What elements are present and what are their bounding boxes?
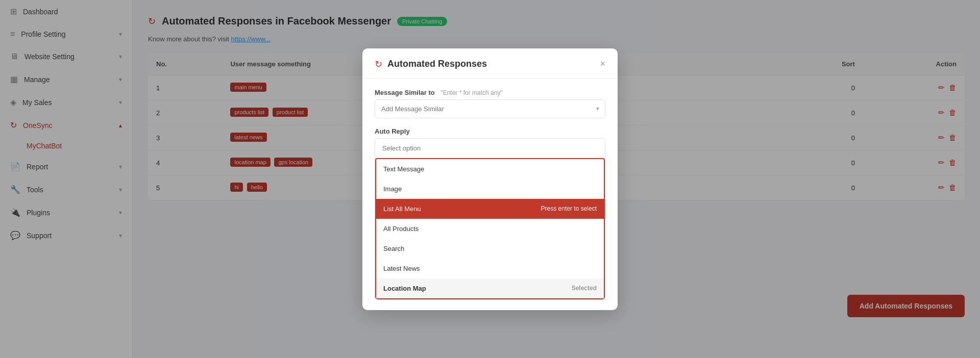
message-similar-input[interactable] <box>375 99 605 118</box>
dropdown-option-search[interactable]: Search <box>376 239 604 259</box>
dropdown-option-list-all-menu[interactable]: List All Menu Press enter to select <box>376 199 604 219</box>
message-similar-hint: "Enter * for match any" <box>440 89 502 96</box>
modal-body: Message Similar to "Enter * for match an… <box>362 79 618 310</box>
auto-reply-label: Auto Reply <box>375 127 605 135</box>
auto-reply-dropdown[interactable]: Text Message Image List All Menu Press e… <box>375 138 605 300</box>
dropdown-arrow-icon: ▾ <box>596 105 599 112</box>
option-label: Location Map <box>383 285 426 292</box>
selected-label: Selected <box>572 285 597 292</box>
dropdown-search-input[interactable] <box>375 139 605 158</box>
dropdown-option-latest-news[interactable]: Latest News <box>376 259 604 278</box>
option-label: Latest News <box>383 265 420 272</box>
modal-header: ↻ Automated Responses × <box>362 48 618 79</box>
dropdown-option-all-products[interactable]: All Products <box>376 219 604 239</box>
press-enter-hint: Press enter to select <box>541 205 597 212</box>
dropdown-option-location-map[interactable]: Location Map Selected <box>376 278 604 298</box>
modal-title: Automated Responses <box>387 59 595 69</box>
option-label: Text Message <box>383 165 424 173</box>
option-label: List All Menu <box>383 205 421 213</box>
message-similar-wrap: ▾ <box>375 99 605 118</box>
modal-header-icon: ↻ <box>375 59 382 70</box>
modal-overlay[interactable]: ↻ Automated Responses × Message Similar … <box>0 0 980 358</box>
close-icon[interactable]: × <box>600 59 605 69</box>
dropdown-options: Text Message Image List All Menu Press e… <box>375 158 605 299</box>
dropdown-option-image[interactable]: Image <box>376 179 604 199</box>
dropdown-option-text-message[interactable]: Text Message <box>376 159 604 179</box>
option-label: Image <box>383 185 402 193</box>
automated-responses-modal: ↻ Automated Responses × Message Similar … <box>362 48 618 310</box>
option-label: All Products <box>383 225 419 233</box>
message-similar-label: Message Similar to "Enter * for match an… <box>375 89 605 96</box>
option-label: Search <box>383 245 404 252</box>
